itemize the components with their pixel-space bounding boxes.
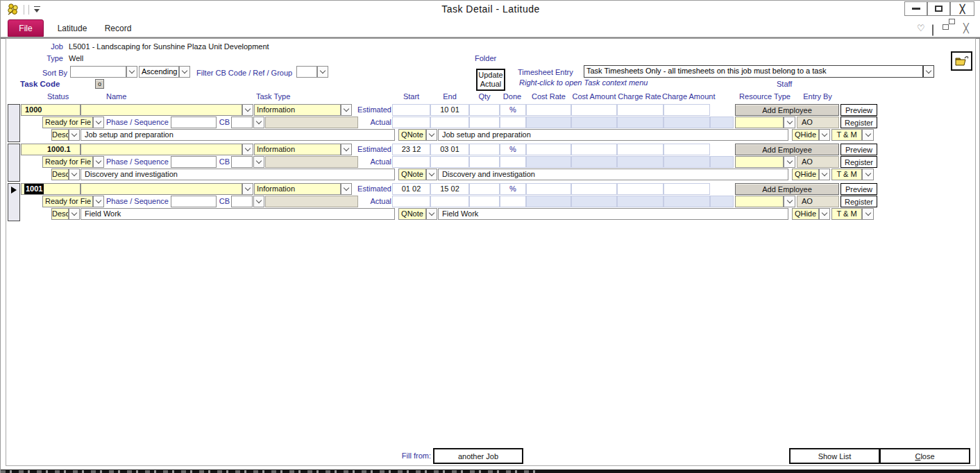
qty-actual-cell[interactable] xyxy=(469,117,500,128)
register-button[interactable]: Register xyxy=(840,156,877,168)
cost-rate-estimated-cell[interactable] xyxy=(526,144,571,155)
cb-field[interactable] xyxy=(231,196,253,207)
billing-type-field[interactable]: T & M xyxy=(831,129,862,141)
status-dropdown[interactable] xyxy=(93,156,104,168)
done-estimated-cell[interactable]: % xyxy=(500,183,526,195)
sort-by-field[interactable] xyxy=(70,66,126,78)
row-selector[interactable] xyxy=(8,183,20,221)
task-type-dropdown[interactable] xyxy=(341,183,352,195)
qhide-dropdown[interactable] xyxy=(819,208,830,220)
update-actual-button[interactable]: UpdateActual xyxy=(476,69,505,91)
qty-estimated-cell[interactable] xyxy=(469,183,500,195)
done-estimated-cell[interactable]: % xyxy=(500,144,526,155)
charge-amount-estimated-cell[interactable] xyxy=(664,144,710,155)
task-code-button[interactable]: o xyxy=(95,79,104,89)
resource-type-dropdown[interactable] xyxy=(784,196,795,207)
billing-type-dropdown[interactable] xyxy=(862,208,874,220)
qnote-selector-field[interactable]: QNote xyxy=(398,169,426,180)
add-employee-button[interactable]: Add Employee xyxy=(735,183,839,195)
task-name-dropdown[interactable] xyxy=(242,183,253,195)
cost-rate-estimated-cell[interactable] xyxy=(526,104,571,116)
end-actual-cell[interactable] xyxy=(430,156,469,168)
end-actual-cell[interactable] xyxy=(430,117,469,128)
desc-selector-field[interactable]: Desc xyxy=(51,129,69,141)
tab-record[interactable]: Record xyxy=(100,19,136,37)
qnote-selector-field[interactable]: QNote xyxy=(398,129,426,141)
start-estimated-cell[interactable] xyxy=(392,104,430,116)
cb-dropdown[interactable] xyxy=(253,156,264,168)
start-estimated-cell[interactable]: 01 02 2019 xyxy=(392,183,430,195)
done-actual-cell[interactable] xyxy=(500,156,526,168)
resource-type-field[interactable] xyxy=(735,117,784,128)
status-field[interactable]: Ready for Fie xyxy=(42,196,93,207)
open-folder-button[interactable] xyxy=(951,51,972,71)
qhide-field[interactable]: QHide xyxy=(792,169,819,180)
task-code-field[interactable]: 1000.1 xyxy=(21,144,81,155)
desc-selector-field[interactable]: Desc xyxy=(51,208,69,220)
task-name-field[interactable] xyxy=(81,104,242,116)
desc-selector-field[interactable]: Desc xyxy=(51,169,69,180)
close-button[interactable]: Close xyxy=(879,448,970,464)
task-code-field[interactable]: 1000 xyxy=(21,104,81,116)
favorite-heart-icon[interactable]: ♡ xyxy=(917,24,925,33)
done-actual-cell[interactable] xyxy=(500,117,526,128)
task-type-dropdown[interactable] xyxy=(341,144,352,155)
sort-direction-field[interactable]: Ascending xyxy=(139,66,179,78)
register-button[interactable]: Register xyxy=(840,196,877,207)
billing-type-dropdown[interactable] xyxy=(862,169,874,180)
qty-actual-cell[interactable] xyxy=(469,156,500,168)
start-actual-cell[interactable] xyxy=(392,117,430,128)
qnote-selector-field[interactable]: QNote xyxy=(398,208,426,220)
qhide-dropdown[interactable] xyxy=(819,129,830,141)
status-field[interactable]: Ready for Fie xyxy=(42,117,93,128)
billing-type-field[interactable]: T & M xyxy=(831,208,862,220)
timesheet-entry-dropdown[interactable] xyxy=(923,65,934,78)
charge-rate-estimated-cell[interactable] xyxy=(617,104,664,116)
task-type-field[interactable]: Information xyxy=(254,104,341,116)
sort-direction-dropdown[interactable] xyxy=(179,66,190,78)
resource-type-field[interactable] xyxy=(735,156,784,168)
timesheet-entry-field[interactable]: Task Timesheets Only - all timesheets on… xyxy=(584,65,923,78)
end-estimated-cell[interactable]: 15 02 2019 xyxy=(430,183,469,195)
qty-estimated-cell[interactable] xyxy=(469,144,500,155)
preview-button[interactable]: Preview xyxy=(840,104,877,116)
row-selector[interactable] xyxy=(8,104,20,142)
done-actual-cell[interactable] xyxy=(500,196,526,207)
desc-dropdown[interactable] xyxy=(69,129,80,141)
start-actual-cell[interactable] xyxy=(392,156,430,168)
description-field[interactable]: Job setup and preparation xyxy=(81,129,395,141)
start-actual-cell[interactable] xyxy=(392,196,430,207)
charge-amount-estimated-cell[interactable] xyxy=(664,183,710,195)
resource-type-dropdown[interactable] xyxy=(784,156,795,168)
start-estimated-cell[interactable]: 23 12 2018 xyxy=(392,144,430,155)
task-name-dropdown[interactable] xyxy=(242,144,253,155)
qnote-field[interactable]: Field Work xyxy=(438,208,788,220)
tab-file[interactable]: File xyxy=(8,19,44,37)
qnote-field[interactable]: Discovery and investigation xyxy=(438,169,788,180)
qnote-field[interactable]: Job setup and preparation xyxy=(438,129,788,141)
desc-dropdown[interactable] xyxy=(69,208,80,220)
task-type-field[interactable]: Information xyxy=(254,144,341,155)
cb-dropdown[interactable] xyxy=(253,196,264,207)
task-name-field[interactable] xyxy=(81,144,242,155)
qhide-field[interactable]: QHide xyxy=(792,129,819,141)
cost-amount-estimated-cell[interactable] xyxy=(571,183,617,195)
qnote-dropdown[interactable] xyxy=(426,208,437,220)
cost-rate-estimated-cell[interactable] xyxy=(526,183,571,195)
qnote-dropdown[interactable] xyxy=(426,129,437,141)
qty-estimated-cell[interactable] xyxy=(469,104,500,116)
end-actual-cell[interactable] xyxy=(430,196,469,207)
billing-type-field[interactable]: T & M xyxy=(831,169,862,180)
task-name-field[interactable] xyxy=(81,183,242,195)
close-window-button[interactable]: ╳ xyxy=(950,1,974,16)
task-type-field[interactable]: Information xyxy=(254,183,341,195)
tab-latitude[interactable]: Latitude xyxy=(53,19,92,37)
ribbon-close-icon[interactable]: ╳ xyxy=(963,24,969,33)
charge-rate-estimated-cell[interactable] xyxy=(617,144,664,155)
minimize-button[interactable] xyxy=(904,1,927,16)
end-estimated-cell[interactable]: 10 01 2019 xyxy=(430,104,469,116)
task-code-field[interactable]: 1001 xyxy=(21,183,81,195)
add-employee-button[interactable]: Add Employee xyxy=(735,104,839,116)
description-field[interactable]: Field Work xyxy=(81,208,395,220)
maximize-button[interactable] xyxy=(927,1,950,16)
